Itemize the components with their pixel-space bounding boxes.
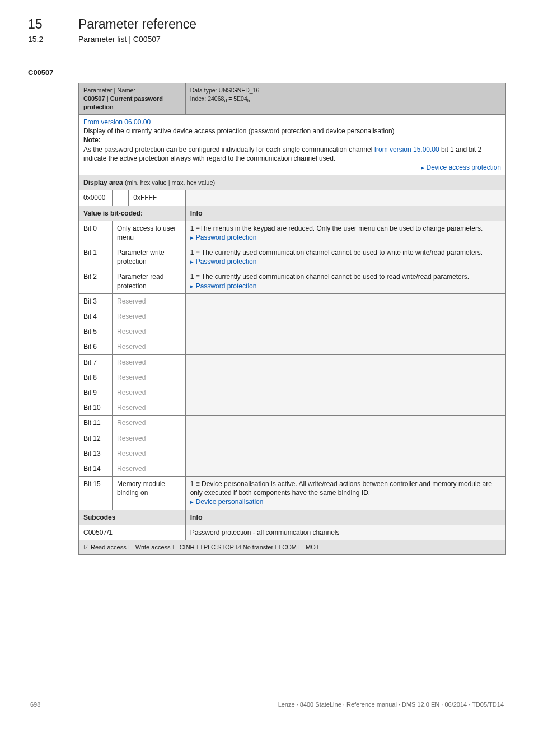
index-text: Index: 24068 [190,95,224,102]
bit-name: Reserved [113,309,186,324]
bit-info [185,416,505,431]
bit-label: Bit 11 [79,416,113,431]
bit-label: Bit 2 [79,269,113,293]
bit-info [185,431,505,446]
footer-text: Lenze · 8400 StateLine · Reference manua… [278,701,504,709]
bit-name: Reserved [113,354,186,370]
range-max: 0xFFFF [129,190,185,206]
bit-info [185,461,505,476]
from-version: From version 06.00.00 [83,118,151,126]
range-info [185,190,505,206]
device-access-protection-link[interactable]: Device access protection [421,164,501,171]
bit-info: 1 ≡The menus in the keypad are reduced. … [185,221,505,245]
chapter-title: Parameter reference [78,16,196,33]
section-title: Parameter list | C00507 [78,34,161,45]
param-name: C00507 | Current password protection [83,95,163,110]
bit-label: Bit 9 [79,385,113,400]
bit-label: Bit 4 [79,309,113,324]
bit-name: Reserved [113,339,186,354]
note-label: Note: [83,136,101,144]
bit-info-link[interactable]: Password protection [190,258,257,265]
bit-info-link[interactable]: Password protection [190,282,257,290]
bit-info: 1 ≡ Device personalisation is active. Al… [185,477,505,510]
bit-info: 1 ≡ The currently used communication cha… [185,245,505,269]
display-area-label: Display area [83,179,123,186]
desc-line2b: from version 15.00.00 [374,146,439,153]
display-area-sub: (min. hex value | max. hex value) [125,179,215,186]
header-left-cell: Parameter | Name: C00507 | Current passw… [79,83,186,115]
access-flags: ☑ Read access ☐ Write access ☐ CINH ☐ PL… [79,540,506,555]
range-mid [113,190,129,206]
bit-info [185,309,505,324]
parameter-id: C00507 [28,68,506,78]
range-min: 0x0000 [79,190,113,206]
divider [28,55,506,55]
bit-info [185,293,505,309]
bit-label: Bit 10 [79,400,113,416]
subcode-code: C00507/1 [79,525,186,540]
bit-info [185,385,505,400]
bit-label: Bit 15 [79,477,113,510]
bit-name: Reserved [113,324,186,339]
bit-name: Parameter write protection [113,245,186,269]
bit-info [185,324,505,339]
bit-label: Bit 3 [79,293,113,309]
bit-name: Reserved [113,431,186,446]
info-header: Info [185,206,505,221]
bit-name: Only access to user menu [113,221,186,245]
bit-name: Parameter read protection [113,269,186,293]
bit-name: Reserved [113,293,186,309]
data-type: Data type: UNSIGNED_16 [190,87,260,94]
bit-label: Bit 1 [79,245,113,269]
subcodes-header: Subcodes [79,510,186,525]
description-cell: From version 06.00.00 Display of the cur… [79,115,506,175]
bit-name: Reserved [113,385,186,400]
header-right-cell: Data type: UNSIGNED_16 Index: 24068d = 5… [185,83,505,115]
value-coded-label: Value is bit-coded: [79,206,186,221]
bit-label: Bit 13 [79,446,113,461]
bit-label: Bit 5 [79,324,113,339]
bit-label: Bit 8 [79,370,113,385]
bit-info [185,446,505,461]
bit-label: Bit 7 [79,354,113,370]
section-number: 15.2 [28,34,62,45]
bit-label: Bit 0 [79,221,113,245]
bit-name: Reserved [113,370,186,385]
display-area-header: Display area (min. hex value | max. hex … [79,175,506,190]
index-sub-h: h [247,98,250,104]
bit-info [185,339,505,354]
bit-info: 1 ≡ The currently used communication cha… [185,269,505,293]
bit-info-link[interactable]: Device personalisation [190,498,264,506]
bit-info [185,400,505,416]
parameter-table: Parameter | Name: C00507 | Current passw… [78,83,506,554]
subcode-info: Password protection - all communication … [185,525,505,540]
bit-info [185,354,505,370]
page-number: 698 [30,701,40,709]
index-eq: = 5E04 [227,95,247,102]
param-name-label: Parameter | Name: [83,87,135,94]
chapter-number: 15 [28,16,62,33]
bit-label: Bit 14 [79,461,113,476]
bit-name: Memory module binding on [113,477,186,510]
desc-line2a: As the password protection can be config… [83,146,374,153]
bit-name: Reserved [113,400,186,416]
bit-name: Reserved [113,446,186,461]
bit-label: Bit 12 [79,431,113,446]
bit-info-link[interactable]: Password protection [190,234,257,241]
bit-name: Reserved [113,461,186,476]
bit-name: Reserved [113,416,186,431]
bit-info [185,370,505,385]
desc-line1: Display of the currently active device a… [83,127,395,135]
subcodes-info-header: Info [185,510,505,525]
bit-label: Bit 6 [79,339,113,354]
